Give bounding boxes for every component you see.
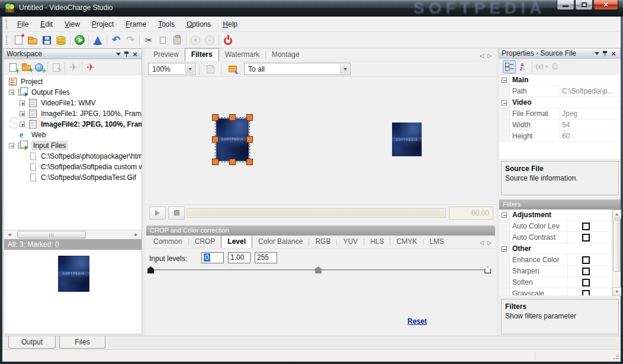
level-low-input[interactable]: 0 [201, 252, 224, 263]
collapse-icon[interactable] [502, 246, 507, 252]
level-gamma-input[interactable]: 1.00 [228, 252, 251, 263]
tabs-scroll-left-icon[interactable] [480, 51, 484, 59]
tree-horizontal-scrollbar[interactable]: ◄ ► [4, 230, 142, 239]
filter-row-grayscale[interactable]: Grayscale [499, 288, 621, 296]
menu-frame[interactable]: Frame [120, 17, 152, 32]
resize-grip[interactable] [613, 354, 619, 360]
menu-options[interactable]: Options [181, 17, 217, 32]
tree-item-project[interactable]: Project [4, 76, 142, 87]
open-button[interactable] [25, 33, 40, 47]
copy-button[interactable] [156, 33, 170, 47]
resize-handle-se[interactable] [246, 159, 253, 165]
menu-view[interactable]: View [59, 17, 86, 32]
workspace-menu-button[interactable] [114, 50, 123, 58]
filter-category-adjustment[interactable]: Adjustment [499, 210, 621, 221]
properties-menu-button[interactable] [593, 49, 601, 57]
menu-help[interactable]: Help [217, 17, 243, 32]
add-folder-button[interactable] [20, 61, 33, 74]
wizard-button[interactable] [91, 33, 105, 47]
close-button[interactable]: × [593, 0, 618, 10]
cut-button[interactable] [142, 33, 156, 47]
filter-category-other[interactable]: Other [499, 243, 621, 255]
tab-level[interactable]: Level [221, 235, 252, 248]
preview-canvas[interactable] [145, 77, 496, 204]
slider-handle-gamma[interactable] [315, 266, 322, 273]
scrollbar-thumb[interactable] [613, 220, 621, 272]
resize-handle-n[interactable] [229, 114, 236, 121]
copy-settings-button[interactable] [203, 62, 217, 76]
filter-row-enhance-color[interactable]: Enhance Color [499, 255, 621, 266]
auto-contrast-checkbox[interactable] [582, 234, 590, 241]
tabs-scroll-right-icon[interactable] [487, 238, 492, 246]
scroll-up-icon[interactable]: ▲ [612, 210, 621, 218]
expand-icon[interactable] [20, 101, 25, 106]
tab-hls[interactable]: HLS [364, 236, 390, 248]
tab-output[interactable]: Output [8, 336, 56, 349]
apply-layers-button[interactable] [225, 62, 239, 76]
tab-lms[interactable]: LMS [423, 236, 450, 248]
minimize-button[interactable] [557, 0, 574, 10]
menu-project[interactable]: Project [86, 17, 120, 32]
start-conversion-button[interactable] [72, 33, 86, 47]
alphabetical-sort-button[interactable]: AZ↓ [516, 60, 529, 73]
tree-item-input3[interactable]: C:\Softpedia\SoftpediaTest.Gif [4, 172, 142, 183]
tree-item-videofile1[interactable]: VideoFile1: WMV [4, 98, 142, 108]
tab-preview[interactable]: Preview [147, 49, 185, 61]
resize-handle-e[interactable] [246, 136, 253, 143]
soften-checkbox[interactable] [582, 279, 590, 286]
collapse-icon[interactable] [502, 212, 507, 218]
apply-scope-select[interactable]: To all [244, 63, 351, 75]
scrollbar-thumb[interactable] [17, 231, 86, 239]
file-thumbnail[interactable] [58, 256, 89, 292]
frame-thumbnail[interactable] [392, 123, 422, 156]
edit-button[interactable] [50, 61, 63, 74]
resize-handle-ne[interactable] [246, 114, 253, 121]
tabs-scroll-right-icon[interactable] [487, 51, 492, 59]
tab-rgb[interactable]: RGB [309, 236, 336, 248]
property-row-path[interactable]: Path C:\Softpedia\p... [499, 86, 621, 97]
resize-handle-nw[interactable] [212, 114, 219, 121]
save-button[interactable] [40, 33, 54, 47]
workspace-close-button[interactable]: × [131, 50, 139, 58]
tab-montage[interactable]: Montage [266, 49, 306, 61]
tab-filters[interactable]: Filters [185, 48, 219, 61]
tabs-scroll-left-icon[interactable] [480, 238, 484, 246]
tab-crop[interactable]: CROP [189, 236, 221, 248]
filter-row-soften[interactable]: Soften [499, 277, 621, 288]
categorized-view-button[interactable] [503, 60, 516, 73]
properties-pin-button[interactable] [601, 49, 609, 57]
batch-manager-button[interactable] [54, 33, 68, 47]
expand-icon[interactable] [20, 111, 25, 117]
resize-handle-w[interactable] [212, 136, 219, 143]
menu-edit[interactable]: Edit [34, 17, 59, 32]
tree-item-input-files[interactable]: Input Files [4, 140, 142, 151]
property-category-main[interactable]: Main [499, 75, 621, 86]
add-file-button[interactable] [7, 61, 20, 74]
tree-item-imagefile2[interactable]: ImageFile2: JPEG, 100%, Frame: [4, 119, 142, 130]
auto-color-level-checkbox[interactable] [582, 223, 590, 230]
collapse-icon[interactable] [502, 78, 507, 83]
stop-playback-button[interactable] [168, 207, 185, 220]
collapse-icon[interactable] [502, 100, 507, 105]
property-row-height[interactable]: Height 60 [499, 131, 621, 142]
resize-handle-s[interactable] [229, 159, 236, 165]
workspace-pin-button[interactable] [123, 50, 131, 58]
stop-button[interactable] [221, 33, 235, 47]
tree-item-web[interactable]: e Web [4, 130, 142, 140]
copyright-button[interactable]: © [548, 60, 561, 73]
enhance-color-checkbox[interactable] [582, 256, 590, 264]
new-document-button[interactable] [11, 33, 25, 47]
tab-files[interactable]: Files [59, 336, 105, 349]
run-button[interactable] [67, 61, 80, 74]
titlebar[interactable]: Untitled - VideoCharge Studio SOFTPEDIA … [0, 0, 623, 17]
tree-item-imagefile1[interactable]: ImageFile1: JPEG, 100%, Frame: ( [4, 108, 142, 119]
property-row-width[interactable]: Width 54 [499, 120, 621, 131]
properties-close-button[interactable]: × [609, 49, 618, 57]
circle-plus-button[interactable]: + [188, 33, 203, 47]
filter-row-auto-color-level[interactable]: Auto Color Lev [499, 221, 621, 232]
circle-minus-button[interactable]: − [203, 33, 217, 47]
filter-row-auto-contrast[interactable]: Auto Contrast [499, 232, 621, 243]
scroll-left-icon[interactable]: ◄ [5, 231, 14, 239]
add-web-button[interactable] [33, 61, 46, 74]
slider-handle-white[interactable] [484, 266, 491, 273]
